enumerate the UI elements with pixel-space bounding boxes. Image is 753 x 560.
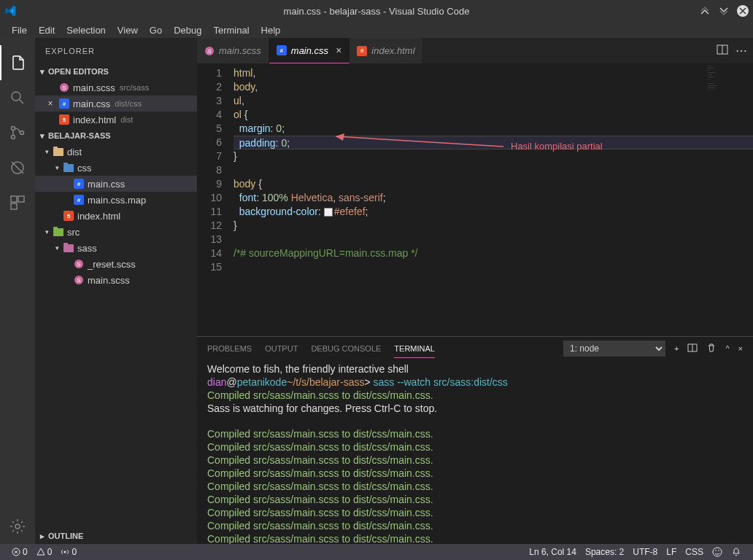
close-panel-icon[interactable]: × <box>738 344 743 353</box>
chevron-right-icon: ▸ <box>38 532 47 541</box>
status-live[interactable]: 0 <box>56 547 81 557</box>
panel-tab-problems[interactable]: PROBLEMS <box>207 340 252 357</box>
open-editor-item[interactable]: Smain.scsssrc/sass <box>35 79 197 96</box>
editor-tab[interactable]: Smain.scss <box>197 38 269 63</box>
svg-text:S: S <box>77 277 80 284</box>
debug-icon[interactable] <box>0 150 35 185</box>
file-item[interactable]: Smain.scss <box>35 272 197 288</box>
editor-area: Smain.scss#main.css×5index.html⋯ 1234567… <box>197 38 753 544</box>
svg-rect-5 <box>11 196 17 202</box>
svg-point-25 <box>713 548 722 556</box>
sidebar: EXPLORER ▾OPEN EDITORS Smain.scsssrc/sas… <box>35 38 197 544</box>
panel-tab-terminal[interactable]: TERMINAL <box>394 340 435 358</box>
svg-point-27 <box>718 550 719 551</box>
status-feedback-icon[interactable] <box>708 547 727 557</box>
scss-icon: S <box>73 258 85 270</box>
open-editors-header[interactable]: ▾OPEN EDITORS <box>35 63 197 79</box>
editor-tab[interactable]: #main.css× <box>269 38 350 63</box>
menu-go[interactable]: Go <box>144 23 168 37</box>
menu-help[interactable]: Help <box>255 23 287 37</box>
close-icon[interactable]: × <box>45 98 55 109</box>
file-item[interactable]: #main.css.map <box>35 192 197 208</box>
scss-icon: S <box>204 46 215 56</box>
folder-item[interactable]: ▾sass <box>35 240 197 256</box>
folder-icon <box>53 146 64 158</box>
svg-point-1 <box>12 127 15 131</box>
file-item[interactable]: 5index.html <box>35 208 197 224</box>
menu-bar: FileEditSelectionViewGoDebugTerminalHelp <box>0 22 753 38</box>
editor-tab[interactable]: 5index.html <box>350 38 422 63</box>
svg-point-8 <box>15 524 20 529</box>
vscode-icon <box>4 5 16 17</box>
source-control-icon[interactable] <box>0 115 35 150</box>
more-icon[interactable]: ⋯ <box>735 44 747 58</box>
folder-item[interactable]: ▾css <box>35 160 197 176</box>
chevron-icon: ▾ <box>55 244 63 252</box>
svg-point-0 <box>12 92 20 101</box>
maximize-panel-icon[interactable]: ^ <box>725 344 729 353</box>
extensions-icon[interactable] <box>0 185 35 220</box>
open-editor-item[interactable]: ×#main.cssdist/css <box>35 96 197 112</box>
html-icon: 5 <box>357 46 367 56</box>
menu-debug[interactable]: Debug <box>168 23 207 37</box>
split-editor-icon[interactable] <box>717 44 728 58</box>
menu-terminal[interactable]: Terminal <box>207 23 255 37</box>
svg-point-2 <box>12 136 15 139</box>
status-spaces[interactable]: Spaces: 2 <box>581 547 628 557</box>
sidebar-title: EXPLORER <box>35 38 197 63</box>
title-bar: main.css - belajar-sass - Visual Studio … <box>0 0 753 22</box>
new-terminal-icon[interactable]: + <box>674 344 679 353</box>
css-icon: # <box>73 178 85 190</box>
folder-item[interactable]: ▾dist <box>35 144 197 160</box>
maximize-button[interactable] <box>718 5 730 17</box>
chevron-icon: ▾ <box>55 164 63 171</box>
svg-rect-7 <box>11 203 17 209</box>
explorer-icon[interactable] <box>0 45 35 80</box>
search-icon[interactable] <box>0 80 35 115</box>
chevron-down-icon: ▾ <box>38 67 47 77</box>
terminal-selector[interactable]: 1: node <box>563 341 665 357</box>
folder-item[interactable]: ▾src <box>35 224 197 240</box>
svg-point-26 <box>715 550 717 551</box>
minimap[interactable]: ▬▬▬▬▬▬▬▬▬▬▬▬▬▬▬▬▬▬▬▬▬▬▬▬▬▬▬▬▬▬▬▬▬▬▬▬▬▬ <box>708 65 752 123</box>
menu-edit[interactable]: Edit <box>33 23 61 37</box>
chevron-icon: ▾ <box>45 148 53 155</box>
status-bell-icon[interactable] <box>727 547 746 557</box>
editor-tabs: Smain.scss#main.css×5index.html⋯ <box>197 38 753 63</box>
status-eol[interactable]: LF <box>662 547 681 557</box>
close-button[interactable] <box>737 5 749 17</box>
activity-bar <box>0 38 35 544</box>
chevron-down-icon: ▾ <box>38 131 47 141</box>
css-icon: # <box>73 194 85 206</box>
close-icon[interactable]: × <box>336 44 341 56</box>
split-terminal-icon[interactable] <box>687 343 698 354</box>
scss-icon: S <box>73 274 85 286</box>
menu-view[interactable]: View <box>112 23 144 37</box>
project-header[interactable]: ▾BELAJAR-SASS <box>35 128 197 144</box>
status-encoding[interactable]: UTF-8 <box>628 547 662 557</box>
status-warnings[interactable]: 0 <box>32 547 57 557</box>
file-item[interactable]: S_reset.scss <box>35 256 197 272</box>
status-position[interactable]: Ln 6, Col 14 <box>525 547 581 557</box>
svg-point-24 <box>64 551 66 553</box>
status-lang[interactable]: CSS <box>681 547 708 557</box>
terminal-output[interactable]: Welcome to fish, the friendly interactiv… <box>197 360 753 544</box>
open-editor-item[interactable]: 5index.htmldist <box>35 112 197 128</box>
panel-tab-debug-console[interactable]: DEBUG CONSOLE <box>311 340 381 357</box>
bottom-panel: PROBLEMSOUTPUTDEBUG CONSOLETERMINAL1: no… <box>197 336 753 544</box>
menu-selection[interactable]: Selection <box>61 23 111 37</box>
status-errors[interactable]: 0 <box>7 547 32 557</box>
outline-header[interactable]: ▸OUTLINE <box>35 528 197 544</box>
file-item[interactable]: #main.css <box>35 176 197 192</box>
html-icon: 5 <box>58 114 70 125</box>
menu-file[interactable]: File <box>6 23 33 37</box>
chevron-icon: ▾ <box>45 228 53 236</box>
settings-icon[interactable] <box>0 509 35 544</box>
svg-rect-6 <box>18 196 24 202</box>
minimize-button[interactable] <box>699 5 711 17</box>
panel-tab-output[interactable]: OUTPUT <box>265 340 298 357</box>
trash-icon[interactable] <box>706 343 717 354</box>
css-icon: # <box>58 98 70 109</box>
code-editor[interactable]: 123456789101112131415 html,body,ul,ol { … <box>197 63 753 336</box>
svg-text:S: S <box>207 48 212 55</box>
